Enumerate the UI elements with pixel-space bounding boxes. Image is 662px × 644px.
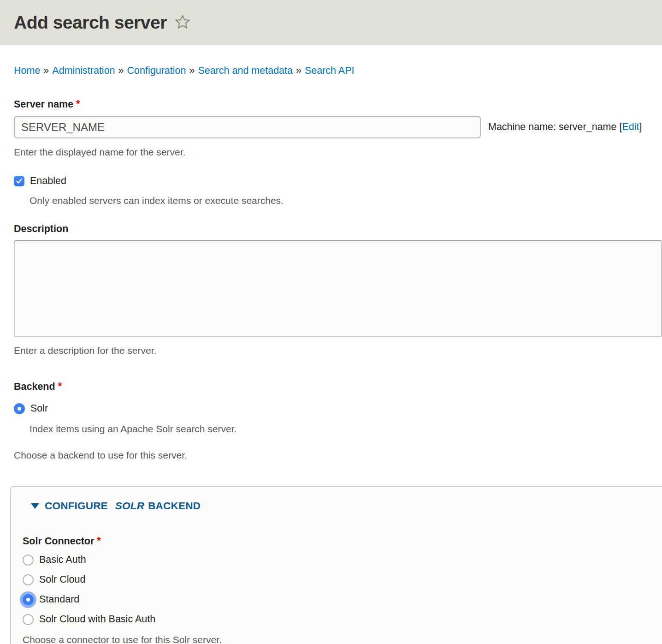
- solr-cloud-basic-auth-radio-label: Solr Cloud with Basic Auth: [39, 614, 155, 625]
- page-title: Add search server: [14, 12, 167, 33]
- breadcrumb-search-and-metadata[interactable]: Search and metadata: [198, 65, 293, 76]
- solr-backend-fieldset: CONFIGURE SOLR BACKEND Solr Connector* B…: [10, 486, 662, 644]
- basic-auth-radio[interactable]: [23, 555, 34, 566]
- connector-help: Choose a connector to use for this Solr …: [23, 634, 662, 644]
- enabled-checkbox[interactable]: [14, 176, 24, 186]
- solr-cloud-radio[interactable]: [23, 574, 34, 585]
- required-marker: *: [76, 98, 80, 109]
- breadcrumb-home[interactable]: Home: [14, 65, 40, 76]
- enabled-help: Only enabled servers can index items or …: [30, 195, 662, 206]
- breadcrumb-separator: »: [43, 65, 49, 76]
- legend-solr-text: SOLR: [115, 500, 144, 512]
- legend-text: BACKEND: [148, 500, 201, 512]
- connector-option-standard: Standard: [23, 594, 662, 605]
- check-icon: [15, 177, 23, 185]
- enabled-label: Enabled: [30, 175, 66, 187]
- breadcrumb-configuration[interactable]: Configuration: [127, 65, 186, 76]
- favorite-star-icon[interactable]: [174, 13, 191, 33]
- machine-name-bracket: ]: [639, 121, 642, 132]
- connector-option-solr-cloud: Solr Cloud: [23, 574, 662, 585]
- solr-cloud-basic-auth-radio[interactable]: [23, 614, 34, 625]
- server-name-label: Server name*: [14, 99, 662, 110]
- legend-text: CONFIGURE: [45, 500, 108, 512]
- connector-option-basic-auth: Basic Auth: [23, 554, 662, 566]
- solr-connector-label: Solr Connector*: [23, 536, 662, 547]
- server-name-input[interactable]: [14, 116, 481, 138]
- breadcrumb-separator: »: [118, 65, 124, 76]
- solr-radio[interactable]: [14, 403, 25, 414]
- breadcrumb-separator: »: [296, 65, 301, 76]
- machine-name: Machine name: server_name [Edit]: [488, 121, 642, 133]
- breadcrumb-administration[interactable]: Administration: [52, 65, 115, 76]
- solr-backend-help: Index items using an Apache Solr search …: [30, 423, 662, 435]
- page-header: Add search server: [0, 0, 662, 45]
- breadcrumb-search-api[interactable]: Search API: [305, 65, 355, 76]
- backend-option-solr: Solr: [14, 403, 662, 414]
- solr-backend-fieldset-legend[interactable]: CONFIGURE SOLR BACKEND: [31, 500, 662, 512]
- backend-label: Backend*: [14, 381, 662, 393]
- description-label: Description: [14, 223, 662, 235]
- machine-name-edit-link[interactable]: Edit: [622, 121, 639, 132]
- description-help: Enter a description for the server.: [14, 345, 662, 356]
- basic-auth-radio-label: Basic Auth: [39, 554, 86, 566]
- server-name-help: Enter the displayed name for the server.: [14, 146, 662, 158]
- machine-name-label: Machine name:: [488, 121, 556, 132]
- breadcrumb-separator: »: [189, 65, 195, 76]
- description-textarea[interactable]: [14, 240, 662, 337]
- connector-option-solr-cloud-basic-auth: Solr Cloud with Basic Auth: [23, 614, 662, 625]
- standard-radio-label: Standard: [39, 594, 79, 605]
- breadcrumb: Home»Administration»Configuration»Search…: [14, 65, 648, 77]
- collapse-arrow-icon: [31, 503, 39, 509]
- machine-name-value: server_name: [559, 121, 616, 132]
- required-marker: *: [97, 535, 100, 546]
- solr-cloud-radio-label: Solr Cloud: [39, 574, 85, 585]
- standard-radio[interactable]: [23, 594, 34, 605]
- solr-radio-label: Solr: [30, 403, 48, 414]
- required-marker: *: [58, 381, 62, 392]
- backend-choose-help: Choose a backend to use for this server.: [14, 449, 662, 461]
